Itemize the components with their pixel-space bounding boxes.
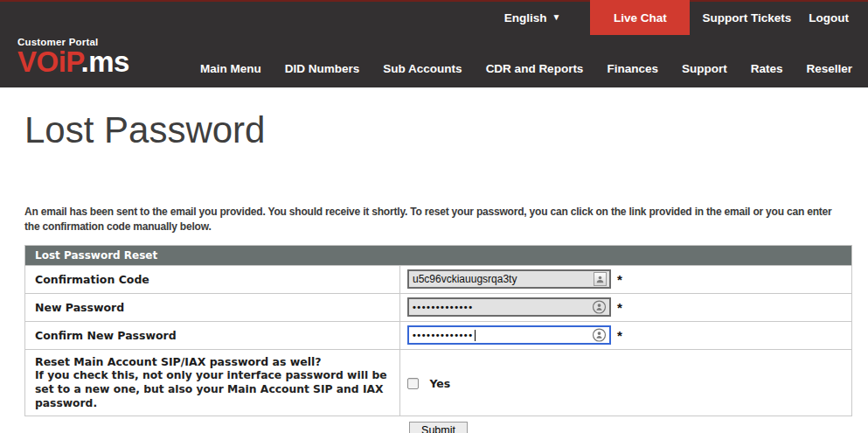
logo-text-red: VOiP [17, 45, 81, 78]
nav-rates[interactable]: Rates [751, 62, 783, 75]
confirm-new-password-input[interactable]: ••••••••••••• [407, 325, 611, 345]
required-marker: * [617, 273, 622, 286]
confirm-new-password-masked-value: ••••••••••••• [413, 331, 474, 340]
site-header: English ▼ Live Chat Support Tickets Logo… [0, 0, 868, 87]
required-marker: * [617, 329, 622, 342]
nav-sub-accounts[interactable]: Sub Accounts [383, 62, 462, 75]
support-tickets-link[interactable]: Support Tickets [702, 11, 791, 24]
nav-support[interactable]: Support [682, 62, 727, 75]
table-row: New Password ••••••••••••• * [25, 293, 852, 321]
confirmation-code-label: Confirmation Code [25, 265, 400, 293]
confirmation-code-value: u5c96vckiauugsrqa3ty [413, 273, 517, 285]
required-marker: * [617, 301, 622, 314]
section-title: Lost Password Reset [25, 245, 852, 265]
new-password-input[interactable]: ••••••••••••• [407, 297, 611, 317]
page-title: Lost Password [24, 108, 868, 152]
text-cursor [475, 330, 476, 341]
nav-cdr-and-reports[interactable]: CDR and Reports [486, 62, 584, 75]
voipms-logo: VOiP.ms [17, 47, 129, 78]
password-key-icon [592, 328, 607, 343]
lost-password-reset-table: Lost Password Reset Confirmation Code u5… [24, 245, 852, 416]
new-password-masked-value: ••••••••••••• [413, 303, 474, 312]
table-row: Reset Main Account SIP/IAX password as w… [25, 349, 852, 416]
language-label: English [504, 11, 547, 24]
logo-text-white: .ms [81, 45, 129, 78]
new-password-label: New Password [25, 293, 400, 321]
password-manager-button[interactable] [592, 328, 607, 343]
nav-reseller[interactable]: Reseller [806, 62, 852, 75]
nav-main-menu[interactable]: Main Menu [200, 62, 261, 75]
submit-row: Submit [24, 422, 852, 433]
password-key-icon [592, 300, 607, 315]
intro-text: An email has been sent to the email you … [24, 205, 844, 233]
topbar: English ▼ Live Chat Support Tickets Logo… [504, 0, 868, 35]
logout-link[interactable]: Logout [809, 11, 849, 24]
live-chat-button[interactable]: Live Chat [590, 0, 690, 35]
main-nav: Main Menu DID Numbers Sub Accounts CDR a… [200, 49, 852, 87]
chevron-down-icon: ▼ [552, 13, 561, 22]
autofill-contact-button[interactable] [594, 272, 607, 286]
reset-sip-description: If you check this, not only your interfa… [35, 368, 390, 410]
language-selector[interactable]: English ▼ [504, 11, 561, 24]
logo[interactable]: Customer Portal VOiP.ms [17, 37, 129, 78]
submit-button[interactable]: Submit [409, 422, 468, 433]
nav-finances[interactable]: Finances [607, 62, 658, 75]
reset-sip-question: Reset Main Account SIP/IAX password as w… [35, 355, 390, 368]
table-row: Confirm New Password ••••••••••••• * [25, 321, 852, 349]
reset-sip-checkbox-label: Yes [429, 377, 450, 390]
confirmation-code-input[interactable]: u5c96vckiauugsrqa3ty [407, 269, 611, 289]
password-manager-button[interactable] [592, 300, 607, 315]
contact-icon [594, 272, 607, 286]
confirm-new-password-label: Confirm New Password [25, 321, 400, 349]
reset-sip-checkbox[interactable] [407, 378, 419, 389]
nav-did-numbers[interactable]: DID Numbers [285, 62, 360, 75]
table-row: Confirmation Code u5c96vckiauugsrqa3ty * [25, 265, 852, 293]
